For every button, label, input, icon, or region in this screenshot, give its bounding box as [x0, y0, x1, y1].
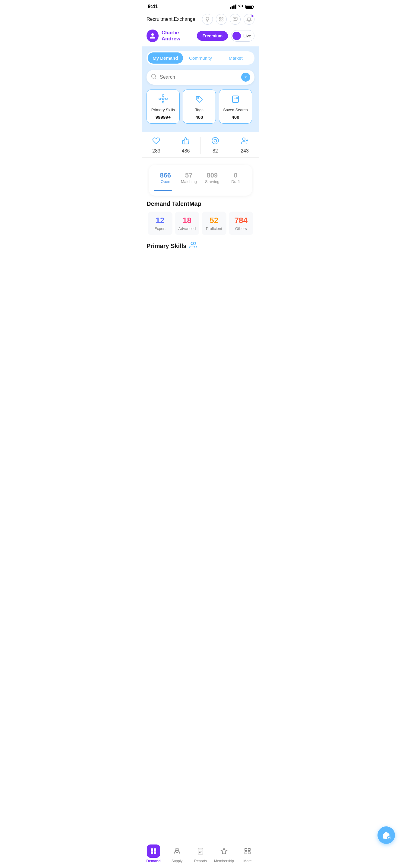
primary-skills-title: Primary Skills: [147, 243, 186, 250]
puzzle-button[interactable]: [216, 14, 227, 25]
advanced-label: Advanced: [178, 226, 196, 231]
draft-label: Draft: [225, 179, 246, 184]
tab-community[interactable]: Community: [183, 53, 218, 64]
heart-icon: [152, 137, 160, 147]
signal-icon: [230, 4, 236, 9]
svg-point-17: [198, 98, 199, 98]
user-actions: Freemium Live: [197, 30, 254, 41]
stat-thumbs-value: 486: [182, 148, 190, 154]
tab-my-demand[interactable]: My Demand: [148, 53, 183, 64]
user-add-icon: [241, 137, 249, 147]
toggle-circle: [233, 32, 241, 40]
starving-label: Starving: [202, 179, 223, 184]
filter-users-icon[interactable]: [189, 241, 197, 251]
matching-label: Matching: [179, 179, 199, 184]
stat-mentions[interactable]: 82: [201, 137, 230, 154]
saved-search-icon: [230, 94, 240, 105]
talent-map-title: Demand TalentMap: [147, 200, 254, 207]
others-value: 784: [235, 216, 248, 225]
demand-tab-matching[interactable]: 57 Matching: [177, 170, 201, 186]
svg-point-23: [214, 140, 217, 142]
matching-value: 57: [179, 172, 199, 179]
filter-label-primary-skills: Primary Skills: [151, 107, 175, 112]
status-bar: 9:41: [142, 0, 259, 11]
svg-point-4: [234, 19, 235, 19]
advanced-value: 18: [183, 216, 191, 225]
svg-rect-1: [222, 18, 223, 19]
filter-card-saved-search[interactable]: Saved Search 400: [219, 90, 252, 124]
live-text: Live: [243, 33, 251, 38]
svg-point-9: [159, 98, 161, 100]
filter-label-tags: Tags: [195, 107, 203, 112]
filter-count-saved-search: 400: [232, 115, 239, 120]
demand-active-indicator: [154, 190, 172, 191]
open-value: 866: [155, 172, 176, 179]
demand-tabs: 866 Open 57 Matching 809 Starving 0 Draf…: [154, 170, 247, 186]
search-icon: [151, 73, 157, 81]
blue-section: My Demand Community Market: [142, 46, 259, 132]
user-name: Charlie Andrew: [162, 30, 197, 42]
svg-rect-2: [219, 20, 221, 22]
svg-point-11: [162, 95, 164, 96]
user-icon: [149, 33, 156, 39]
expert-label: Expert: [154, 226, 166, 231]
demand-tab-open[interactable]: 866 Open: [154, 170, 177, 186]
filter-count-primary-skills: 99999+: [156, 115, 171, 120]
puzzle-icon: [219, 17, 224, 22]
search-bar: [147, 70, 254, 85]
stat-thumbs[interactable]: 486: [171, 137, 201, 154]
filter-card-primary-skills[interactable]: Primary Skills 99999+: [147, 90, 180, 124]
svg-rect-3: [222, 20, 223, 22]
live-toggle[interactable]: Live: [231, 30, 254, 41]
tab-market[interactable]: Market: [218, 53, 253, 64]
svg-point-5: [235, 19, 236, 19]
talent-stat-proficient[interactable]: 52 Proficient: [202, 212, 226, 235]
talent-stat-others[interactable]: 784 Others: [229, 212, 253, 235]
chat-button[interactable]: [230, 14, 241, 25]
stat-mentions-value: 82: [213, 148, 218, 154]
stat-connections-value: 243: [241, 148, 249, 154]
idea-button[interactable]: [202, 14, 213, 25]
talent-stat-advanced[interactable]: 18 Advanced: [175, 212, 199, 235]
filter-count-tags: 400: [195, 115, 203, 120]
bottom-spacer: [142, 255, 259, 280]
proficient-value: 52: [210, 216, 218, 225]
svg-point-12: [162, 101, 164, 103]
tags-icon: [194, 94, 204, 105]
talent-stat-expert[interactable]: 12 Expert: [148, 212, 173, 235]
svg-rect-0: [219, 18, 221, 19]
freemium-button[interactable]: Freemium: [197, 31, 228, 41]
user-row: Charlie Andrew Freemium Live: [142, 28, 259, 46]
wifi-icon: [238, 4, 244, 9]
stat-likes-value: 283: [152, 148, 160, 154]
idea-icon: [205, 17, 210, 22]
app-header: Recruitment.Exchange: [142, 11, 259, 28]
svg-point-6: [236, 19, 236, 19]
svg-point-24: [242, 138, 245, 141]
others-label: Others: [235, 226, 247, 231]
chevron-down-icon: [243, 75, 248, 80]
search-input[interactable]: [160, 74, 241, 80]
bell-button[interactable]: [244, 14, 254, 25]
demand-tab-draft[interactable]: 0 Draft: [224, 170, 248, 186]
talent-stats: 12 Expert 18 Advanced 52 Proficient 784 …: [147, 212, 254, 235]
expert-value: 12: [156, 216, 164, 225]
svg-point-27: [191, 242, 194, 245]
avatar: [147, 30, 159, 42]
notification-dot: [251, 15, 253, 17]
demand-tab-starving[interactable]: 809 Starving: [201, 170, 224, 186]
main-tabs: My Demand Community Market: [147, 51, 254, 65]
header-icons: [202, 14, 254, 25]
talent-map-section: Demand TalentMap 12 Expert 18 Advanced 5…: [142, 195, 259, 235]
demand-section-wrapper: 866 Open 57 Matching 809 Starving 0 Draf…: [142, 158, 259, 195]
thumbs-up-icon: [182, 137, 190, 147]
stat-likes[interactable]: 283: [142, 137, 171, 154]
svg-point-7: [152, 74, 156, 79]
status-icons: [230, 4, 253, 9]
stats-row: 283 486 82 243: [142, 132, 259, 158]
stat-connections[interactable]: 243: [230, 137, 259, 154]
filter-card-tags[interactable]: Tags 400: [183, 90, 216, 124]
search-dropdown-button[interactable]: [241, 73, 250, 82]
skills-network-icon: [158, 94, 168, 105]
app-name: Recruitment.Exchange: [147, 17, 195, 22]
